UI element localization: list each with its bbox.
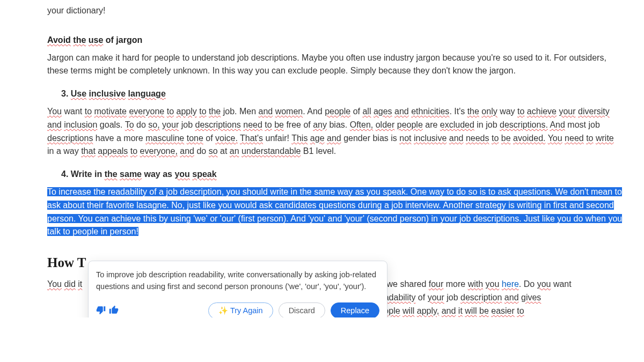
w: diversity <box>578 107 610 116</box>
w: This <box>291 134 308 143</box>
t: job <box>444 293 460 302</box>
w: four <box>429 279 444 289</box>
heading-word: the <box>73 35 86 45</box>
w: appeals <box>98 146 128 156</box>
w: and <box>180 146 194 156</box>
w: tone <box>187 134 203 143</box>
t: bias. <box>327 120 350 129</box>
t: in job <box>474 120 500 129</box>
sparkle-icon: ✨ <box>218 306 228 315</box>
paragraph-jargon[interactable]: Jargon can make it hard for people to un… <box>47 51 623 78</box>
w: and <box>504 293 519 302</box>
list-item-3[interactable]: 3. Use inclusive language <box>61 87 623 101</box>
t: most job <box>565 120 600 129</box>
w: that <box>81 146 96 156</box>
t: have a more <box>93 134 145 143</box>
w: speak <box>192 169 216 179</box>
w: motivate <box>94 107 126 116</box>
w: apply <box>176 107 196 116</box>
link-here[interactable]: here <box>502 279 519 289</box>
w: to <box>586 134 593 143</box>
w: age <box>310 134 325 143</box>
w: voice. <box>215 134 238 143</box>
w: and <box>449 134 464 143</box>
w: it <box>78 279 82 289</box>
w: be <box>274 120 284 129</box>
heading-tail: of jargon <box>103 35 142 45</box>
w: the <box>209 107 221 116</box>
list-word: language <box>128 89 166 98</box>
selected-text[interactable]: To increase the readability of a job des… <box>47 187 622 236</box>
paragraph-inclusive[interactable]: You want to motivate everyone to apply t… <box>47 105 623 158</box>
w: and <box>442 306 456 315</box>
w: achieve <box>527 107 557 116</box>
t: Write in <box>71 169 105 179</box>
t: . It's <box>449 107 467 116</box>
feedback-thumbs <box>96 305 119 316</box>
w: needs <box>466 134 489 143</box>
truncated-paragraph[interactable]: your dictionary! <box>47 4 623 18</box>
section-heading-jargon[interactable]: Avoid the use of jargon <box>47 34 623 47</box>
w: same <box>120 169 142 179</box>
w: you <box>486 279 500 289</box>
w: to <box>517 306 524 315</box>
t: goals. <box>97 120 125 129</box>
w: Often, <box>350 120 374 129</box>
w: descriptions <box>47 134 93 143</box>
list-item-4[interactable]: 4. Write in the same way as you speak <box>61 168 623 181</box>
w: only <box>481 107 497 116</box>
t: of <box>203 134 215 143</box>
w: write <box>596 134 614 143</box>
w: descriptions <box>195 120 240 129</box>
t: job <box>179 120 195 129</box>
w: You <box>548 134 562 143</box>
t: unfair! <box>263 134 291 143</box>
t: at <box>218 146 230 156</box>
t: B1 level. <box>301 146 336 156</box>
w: ages <box>374 107 392 116</box>
w: to <box>517 107 524 116</box>
t: gender bias is <box>341 134 400 143</box>
w: inclusive <box>414 134 447 143</box>
w: will <box>402 306 414 315</box>
w: an <box>230 146 239 156</box>
t: of <box>350 107 362 116</box>
w: you <box>537 279 551 289</box>
w: all <box>362 107 371 116</box>
w: to <box>85 107 92 116</box>
w: and <box>259 107 273 116</box>
w: so <box>209 146 218 156</box>
w: to <box>492 134 499 143</box>
w: inclusion <box>64 120 97 129</box>
w: older <box>376 120 395 129</box>
w: be <box>479 306 489 315</box>
w: easier <box>491 306 515 315</box>
heading-word: Avoid <box>47 35 71 45</box>
w: people <box>325 107 350 116</box>
replace-button[interactable]: Replace <box>331 302 379 317</box>
t: in a way <box>47 146 81 156</box>
w: the <box>105 169 118 179</box>
w: will <box>465 306 477 315</box>
discard-button[interactable]: Discard <box>279 302 325 317</box>
w: people <box>397 120 423 129</box>
w: and <box>327 134 341 143</box>
w: your <box>559 107 575 116</box>
label: Try Again <box>230 306 263 315</box>
selected-paragraph[interactable]: To increase the readability of a job des… <box>47 186 623 239</box>
w: need <box>243 120 262 129</box>
w: gives <box>521 293 541 302</box>
w: excluded <box>440 120 474 129</box>
w: masculine <box>145 134 184 143</box>
w: to <box>265 120 272 129</box>
thumbs-down-icon[interactable] <box>96 305 106 316</box>
try-again-button[interactable]: ✨Try Again <box>208 302 273 317</box>
t: free of <box>284 120 313 129</box>
w: you <box>174 169 189 179</box>
w: ethnicities <box>411 107 449 116</box>
document-body[interactable]: your dictionary! Avoid the use of jargon… <box>0 4 644 317</box>
w: it <box>458 306 463 315</box>
thumbs-up-icon[interactable] <box>109 305 119 316</box>
t: . And <box>303 107 325 116</box>
w: need <box>565 134 584 143</box>
